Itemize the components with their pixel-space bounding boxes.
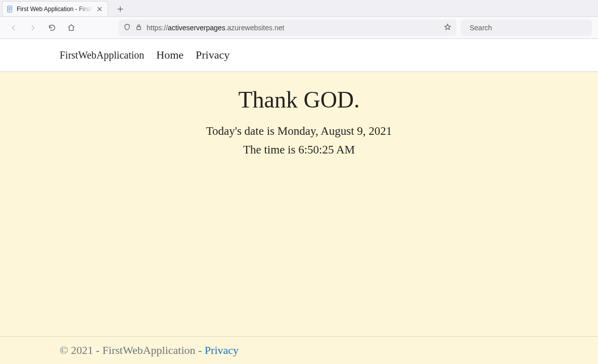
browser-tab[interactable]: First Web Application - FirstWebApplicat… (2, 1, 108, 16)
url-rest: .azurewebsites.net (225, 24, 285, 32)
nav-link-home[interactable]: Home (156, 48, 183, 62)
page-heading: Thank GOD. (0, 86, 598, 113)
footer-text: © 2021 - FirstWebApplication - (60, 344, 205, 356)
site-brand[interactable]: FirstWebApplication (60, 49, 144, 61)
search-input[interactable] (470, 24, 587, 32)
back-button[interactable] (6, 20, 21, 35)
date-line: Today's date is Monday, August 9, 2021 (0, 122, 598, 141)
forward-button[interactable] (25, 20, 40, 35)
bookmark-star-icon[interactable] (444, 23, 451, 32)
time-line: The time is 6:50:25 AM (0, 141, 598, 160)
site-navbar: FirstWebApplication Home Privacy (0, 39, 598, 72)
page-footer: © 2021 - FirstWebApplication - Privacy (0, 336, 598, 364)
close-tab-button[interactable] (96, 5, 104, 13)
url-host: activeserverpages (168, 24, 225, 32)
svg-marker-9 (445, 24, 450, 29)
tab-strip: First Web Application - FirstWebApplicat… (0, 0, 598, 17)
url-scheme: https:// (147, 24, 168, 32)
new-tab-button[interactable] (113, 2, 127, 16)
home-button[interactable] (64, 20, 79, 35)
page-viewport: FirstWebApplication Home Privacy Thank G… (0, 39, 598, 364)
shield-icon (123, 23, 131, 32)
browser-toolbar: https://activeserverpages.azurewebsites.… (0, 17, 598, 39)
svg-rect-8 (137, 26, 141, 29)
page-favicon-icon (7, 6, 14, 13)
tab-title: First Web Application - FirstWebApplicat… (17, 6, 93, 13)
lock-icon (135, 23, 143, 32)
search-box[interactable] (461, 20, 592, 36)
footer-privacy-link[interactable]: Privacy (205, 344, 239, 356)
nav-link-privacy[interactable]: Privacy (196, 48, 229, 62)
url-text: https://activeserverpages.azurewebsites.… (147, 24, 440, 32)
page-body: Thank GOD. Today's date is Monday, Augus… (0, 72, 598, 336)
address-bar[interactable]: https://activeserverpages.azurewebsites.… (118, 20, 456, 36)
reload-button[interactable] (44, 20, 60, 35)
